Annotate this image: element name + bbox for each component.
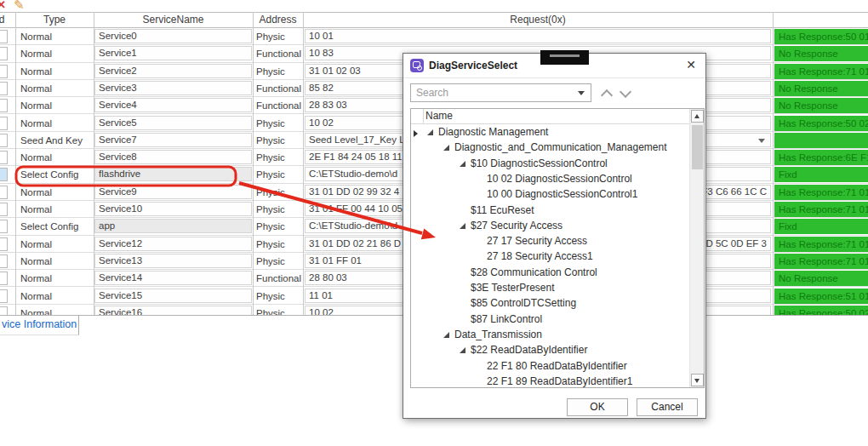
expander-icon[interactable]: [460, 223, 465, 229]
tree-item[interactable]: Diagnostic_and_Communication_Management: [411, 140, 704, 155]
scroll-down-icon[interactable]: [691, 374, 704, 386]
row-id-cell[interactable]: [0, 117, 8, 130]
service-name-field[interactable]: Service5: [94, 116, 252, 130]
address-cell[interactable]: Functional: [256, 80, 301, 97]
tree-item[interactable]: $10 DiagnosticSessionControl: [411, 156, 704, 171]
type-cell[interactable]: Normal: [20, 97, 52, 114]
type-cell[interactable]: Seed And Key: [20, 132, 83, 149]
column-header-request[interactable]: Request(0x): [303, 12, 773, 28]
service-name-field[interactable]: Service3: [94, 81, 252, 95]
tree-item[interactable]: $87 LinkControl: [411, 312, 704, 327]
address-cell[interactable]: Physic: [256, 236, 285, 253]
cancel-button[interactable]: Cancel: [637, 398, 698, 416]
type-cell[interactable]: Normal: [20, 201, 52, 218]
expander-icon[interactable]: [460, 161, 465, 167]
tree-item[interactable]: Diagnostic Management: [411, 124, 704, 140]
address-cell[interactable]: Physic: [256, 201, 285, 218]
address-cell[interactable]: Physic: [256, 28, 285, 45]
row-id-cell[interactable]: [0, 151, 8, 164]
tree-item[interactable]: 10 00 DiagnosticSessionControl1: [411, 186, 704, 202]
service-name-field[interactable]: Service4: [94, 98, 252, 112]
type-cell[interactable]: Normal: [20, 184, 52, 201]
row-id-cell[interactable]: [0, 186, 8, 199]
address-cell[interactable]: Physic: [256, 63, 285, 80]
row-id-cell[interactable]: [0, 47, 8, 60]
type-cell[interactable]: Normal: [20, 80, 52, 97]
address-cell[interactable]: Functional: [256, 97, 301, 114]
service-name-field[interactable]: Service15: [94, 289, 252, 303]
service-name-field[interactable]: app: [94, 219, 252, 233]
ok-button[interactable]: OK: [567, 398, 628, 416]
row-id-cell[interactable]: [0, 254, 8, 268]
service-name-field[interactable]: Service9: [94, 185, 252, 199]
type-cell[interactable]: Normal: [20, 115, 52, 132]
request-field[interactable]: 10 01: [305, 29, 771, 43]
address-cell[interactable]: Physic: [256, 218, 285, 235]
type-cell[interactable]: Normal: [20, 270, 52, 287]
tree-scrollbar[interactable]: [689, 109, 704, 387]
row-id-cell[interactable]: [0, 134, 8, 147]
row-id-cell[interactable]: [0, 289, 8, 303]
service-name-field[interactable]: flashdrive: [94, 167, 252, 181]
type-cell[interactable]: Normal: [20, 28, 52, 45]
tree-item[interactable]: 27 17 Security Access: [411, 233, 704, 249]
type-cell[interactable]: Normal: [20, 253, 52, 270]
row-id-cell[interactable]: [0, 82, 8, 95]
tree-column-header[interactable]: Name: [411, 109, 704, 124]
address-cell[interactable]: Physic: [256, 166, 285, 183]
type-cell[interactable]: Normal: [20, 236, 52, 253]
row-id-cell[interactable]: [0, 30, 8, 43]
address-cell[interactable]: Physic: [256, 288, 285, 305]
type-cell[interactable]: Normal: [20, 63, 52, 80]
service-name-field[interactable]: Service8: [94, 150, 252, 164]
row-id-cell[interactable]: [0, 237, 8, 251]
service-name-field[interactable]: Service2: [94, 64, 252, 78]
tree-item[interactable]: $85 ControlDTCSetting: [411, 295, 704, 311]
tree-item[interactable]: 22 F1 89 ReadDataByIdentifier1: [411, 374, 704, 388]
address-cell[interactable]: Physic: [256, 149, 285, 166]
service-name-field[interactable]: Service7: [94, 133, 252, 147]
row-id-cell[interactable]: [0, 272, 8, 285]
edit-icon[interactable]: ✎: [14, 0, 25, 13]
tab-service-information[interactable]: vice Information: [0, 316, 79, 335]
type-cell[interactable]: Normal: [20, 288, 52, 305]
expander-icon[interactable]: [443, 145, 449, 151]
row-id-cell[interactable]: [0, 220, 8, 233]
type-cell[interactable]: Normal: [20, 45, 52, 62]
search-prev-button[interactable]: [602, 89, 612, 99]
tree-item[interactable]: $22 ReadDataByIdentifier: [411, 342, 704, 357]
row-id-cell[interactable]: [0, 168, 8, 181]
close-icon[interactable]: ✕: [686, 54, 696, 77]
type-cell[interactable]: Normal: [20, 149, 52, 166]
row-id-cell[interactable]: [0, 65, 8, 78]
service-name-field[interactable]: Service0: [94, 29, 252, 43]
search-next-button[interactable]: [620, 89, 631, 99]
expander-icon[interactable]: [427, 129, 433, 135]
tree-item[interactable]: $27 Security Access: [411, 218, 704, 233]
service-name-field[interactable]: Service14: [94, 271, 252, 285]
chevron-down-icon[interactable]: [578, 91, 585, 95]
expander-icon[interactable]: [460, 347, 465, 353]
tree-item[interactable]: $11 EcuReset: [411, 203, 704, 218]
type-cell[interactable]: Select Config: [20, 218, 78, 235]
row-id-cell[interactable]: [0, 99, 8, 112]
address-cell[interactable]: Functional: [256, 270, 301, 287]
address-cell[interactable]: Functional: [256, 45, 301, 62]
row-id-cell[interactable]: [0, 203, 8, 216]
delete-icon[interactable]: ✕: [0, 0, 6, 11]
column-header-id[interactable]: id: [0, 12, 14, 28]
column-header-address[interactable]: Address: [253, 12, 303, 28]
type-cell[interactable]: Select Config: [20, 166, 78, 183]
scrollbar-thumb[interactable]: [692, 125, 703, 169]
address-cell[interactable]: Physic: [256, 115, 285, 132]
tree-item[interactable]: Data_Transmission: [411, 327, 704, 342]
scroll-up-icon[interactable]: [691, 110, 704, 123]
service-name-field[interactable]: Service12: [94, 237, 252, 251]
tree-item[interactable]: 22 F1 80 ReadDataByIdentifier: [411, 358, 704, 374]
chevron-down-icon[interactable]: [758, 139, 765, 143]
address-cell[interactable]: Physic: [256, 132, 285, 149]
service-name-field[interactable]: Service13: [94, 254, 252, 268]
tree-item[interactable]: 10 02 DiagnosticSessionControl: [411, 171, 704, 186]
column-header-servicename[interactable]: ServiceName: [94, 12, 253, 28]
address-cell[interactable]: Physic: [256, 253, 285, 270]
